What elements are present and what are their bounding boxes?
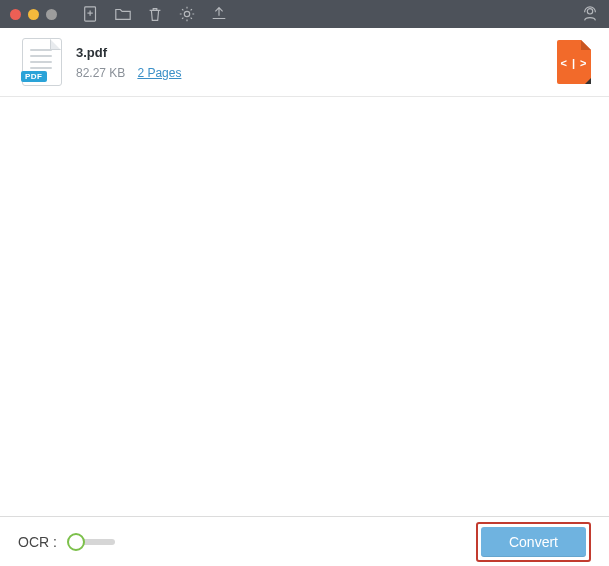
upload-icon[interactable] [210, 5, 228, 23]
svg-point-4 [587, 9, 592, 14]
dropdown-caret-icon [585, 78, 591, 84]
window-controls [10, 9, 57, 20]
file-name: 3.pdf [76, 45, 543, 60]
output-format-glyph: < | > [560, 57, 587, 69]
maximize-window-icon[interactable] [46, 9, 57, 20]
toolbar-icons [82, 5, 228, 23]
file-row[interactable]: PDF 3.pdf 82.27 KB 2 Pages < | > [0, 28, 609, 97]
ocr-label: OCR : [18, 534, 57, 550]
output-format[interactable]: < | > [557, 40, 591, 84]
gear-icon[interactable] [178, 5, 196, 23]
convert-highlight: Convert [476, 522, 591, 562]
trash-icon[interactable] [146, 5, 164, 23]
add-document-icon[interactable] [82, 5, 100, 23]
toggle-knob [67, 533, 85, 551]
convert-button[interactable]: Convert [481, 527, 586, 557]
file-meta: 3.pdf 82.27 KB 2 Pages [76, 45, 543, 80]
close-window-icon[interactable] [10, 9, 21, 20]
main-area [0, 97, 609, 516]
file-list: PDF 3.pdf 82.27 KB 2 Pages < | > [0, 28, 609, 97]
svg-point-3 [184, 11, 189, 16]
file-size: 82.27 KB [76, 66, 125, 80]
user-support-icon[interactable] [581, 5, 599, 23]
titlebar [0, 0, 609, 28]
file-pages-link[interactable]: 2 Pages [137, 66, 181, 80]
ocr-toggle[interactable] [67, 533, 115, 551]
pdf-file-icon: PDF [22, 38, 62, 86]
minimize-window-icon[interactable] [28, 9, 39, 20]
footer: OCR : Convert [0, 516, 609, 566]
pdf-badge: PDF [21, 71, 47, 82]
folder-icon[interactable] [114, 5, 132, 23]
